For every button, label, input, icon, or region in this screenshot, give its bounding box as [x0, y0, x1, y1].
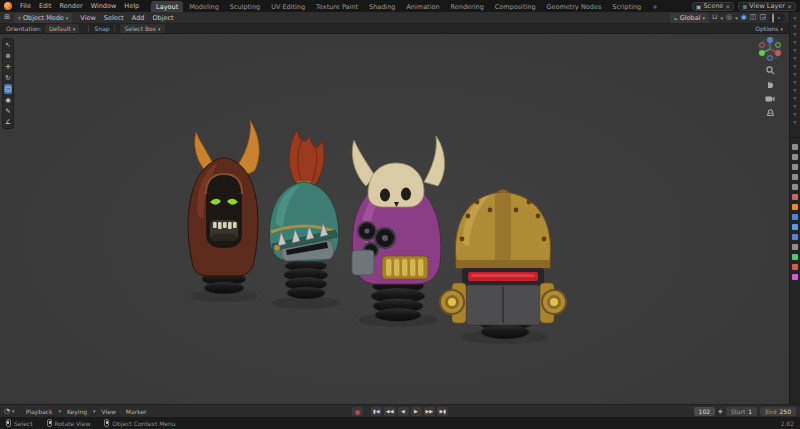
tab-animation[interactable]: Animation — [401, 1, 444, 12]
menu-playback[interactable]: Playback — [22, 407, 57, 416]
tab-object-icon[interactable] — [792, 204, 798, 210]
auto-key-button[interactable]: ● — [352, 407, 363, 416]
play-button[interactable]: ▶ — [411, 407, 422, 416]
tool-move[interactable]: ✛ — [4, 62, 12, 72]
prev-keyframe-button[interactable]: ◀◀ — [384, 407, 396, 416]
tab-particles-icon[interactable] — [792, 224, 798, 230]
end-value: 250 — [780, 408, 791, 415]
scene-canvas[interactable] — [0, 34, 789, 404]
left-mouse-icon — [6, 419, 11, 427]
topbar: File Edit Render Window Help Layout Mode… — [0, 0, 800, 12]
proportional-edit-icon[interactable]: ◎ — [726, 14, 732, 21]
shading-material-icon[interactable] — [778, 17, 780, 19]
navigation-gizmo[interactable] — [757, 36, 783, 62]
view-layer-selector[interactable]: ≣ View Layer ✕ — [738, 2, 796, 11]
next-keyframe-button[interactable]: ▶▶ — [424, 407, 436, 416]
tab-world-icon[interactable] — [792, 194, 798, 200]
tab-scene-icon[interactable] — [792, 184, 798, 190]
tool-transform[interactable]: ◉ — [4, 95, 12, 105]
tab-texture-icon[interactable] — [792, 274, 798, 280]
keying-set-icon[interactable]: ◈ — [718, 408, 723, 414]
tab-layout[interactable]: Layout — [151, 1, 183, 12]
snap-setting-label[interactable]: Snap — [94, 25, 109, 32]
play-reverse-button[interactable]: ◀ — [398, 407, 409, 416]
menu-add[interactable]: Add — [128, 13, 149, 23]
menu-tl-view[interactable]: View — [98, 407, 120, 416]
menu-help[interactable]: Help — [120, 1, 143, 11]
tab-rendering[interactable]: Rendering — [446, 1, 489, 12]
pan-hand-icon[interactable] — [765, 79, 776, 90]
editor-type-icon[interactable]: ⊞ — [4, 14, 10, 21]
perspective-toggle-icon[interactable] — [765, 107, 776, 118]
zoom-icon[interactable] — [765, 65, 776, 76]
tab-modeling[interactable]: Modeling — [184, 1, 224, 12]
menu-window[interactable]: Window — [87, 1, 121, 11]
show-gizmo-icon[interactable]: ◉ — [741, 14, 747, 21]
snap-magnet-icon[interactable]: ⊔ — [712, 14, 717, 21]
right-panel-sliver[interactable]: ▿▿ ▿▿ ▿▿ ▿▿ ▿▿ ▿▿ ▿▿ — [789, 12, 800, 404]
tab-output-icon[interactable] — [792, 164, 798, 170]
menu-edit[interactable]: Edit — [35, 1, 56, 11]
menu-keying[interactable]: Keying — [63, 407, 91, 416]
menu-view[interactable]: View — [76, 13, 99, 23]
tab-scripting[interactable]: Scripting — [607, 1, 646, 12]
tab-sculpting[interactable]: Sculpting — [225, 1, 265, 12]
tab-material-icon[interactable] — [792, 264, 798, 270]
menu-render[interactable]: Render — [55, 1, 86, 11]
horn-right — [424, 136, 445, 186]
add-workspace-button[interactable]: + — [647, 1, 662, 12]
tab-constraints-icon[interactable] — [792, 244, 798, 250]
jump-to-end-button[interactable]: ▶▮ — [437, 407, 448, 416]
tab-compositing[interactable]: Compositing — [490, 1, 541, 12]
blender-logo-icon[interactable] — [4, 2, 12, 10]
mesh-object-icon: ▿ — [794, 23, 797, 29]
cheek-plate — [352, 250, 374, 275]
tool-scale[interactable]: ◱ — [4, 84, 12, 94]
tab-object-data-icon[interactable] — [792, 254, 798, 260]
tab-physics-icon[interactable] — [792, 234, 798, 240]
orientation-value-dropdown[interactable]: Default ▾ — [45, 24, 79, 33]
tab-tool-icon[interactable] — [792, 144, 798, 150]
model-robot-helmet[interactable] — [440, 189, 566, 339]
mode-dropdown[interactable]: ▿ Object Mode ▾ — [14, 13, 72, 23]
active-tool-dropdown[interactable]: Select Box ▾ — [120, 24, 164, 33]
menu-marker[interactable]: Marker — [122, 407, 151, 416]
menu-file[interactable]: File — [16, 1, 35, 11]
active-tool-label: Select Box — [124, 25, 156, 32]
tool-measure[interactable]: ∠ — [4, 117, 12, 127]
jump-to-start-button[interactable]: ▮◀ — [371, 407, 382, 416]
frame-end-field[interactable]: End 250 — [760, 407, 796, 416]
options-label[interactable]: Options — [755, 25, 778, 32]
shading-wireframe-icon[interactable] — [772, 14, 774, 22]
menu-select[interactable]: Select — [100, 13, 128, 23]
show-overlays-icon[interactable]: ◫ — [750, 14, 757, 21]
model-knight-helmet[interactable] — [269, 130, 338, 299]
tool-rotate[interactable]: ↻ — [4, 73, 12, 83]
tab-uv-editing[interactable]: UV Editing — [266, 1, 310, 12]
xray-toggle-icon[interactable]: ◲ — [759, 14, 766, 21]
ribbed-base — [371, 279, 425, 322]
model-skull-helmet[interactable] — [352, 136, 445, 322]
tab-view-layer-icon[interactable] — [792, 174, 798, 180]
frame-start-field[interactable]: Start 1 — [726, 407, 758, 416]
tool-cursor[interactable]: ⊕ — [4, 51, 12, 61]
orientation-value: Default — [49, 25, 71, 32]
tool-annotate[interactable]: ✎ — [4, 106, 12, 116]
tab-texture-paint[interactable]: Texture Paint — [311, 1, 363, 12]
timeline-editor-icon[interactable]: ◔ — [4, 408, 10, 415]
tab-modifiers-icon[interactable] — [792, 214, 798, 220]
start-value: 1 — [748, 408, 752, 415]
tab-geometry-nodes[interactable]: Geometry Nodes — [542, 1, 607, 12]
menu-object[interactable]: Object — [148, 13, 177, 23]
camera-view-icon[interactable] — [765, 93, 776, 104]
tab-shading[interactable]: Shading — [364, 1, 400, 12]
tab-render-icon[interactable] — [792, 154, 798, 160]
model-hooded-helmet[interactable] — [188, 120, 259, 294]
tool-select-box[interactable]: ↖ — [4, 40, 12, 50]
scene-selector[interactable]: ▣ Scene ✕ — [692, 2, 735, 11]
current-frame-field[interactable]: 102 — [694, 407, 715, 416]
scene-unlink-icon[interactable]: ✕ — [725, 3, 730, 10]
3d-viewport[interactable]: ↖ ⊕ ✛ ↻ ◱ ◉ ✎ ∠ — [0, 34, 789, 404]
orientation-dropdown[interactable]: ⟀ Global ▾ — [670, 13, 709, 23]
view-layer-unlink-icon[interactable]: ✕ — [787, 3, 792, 10]
